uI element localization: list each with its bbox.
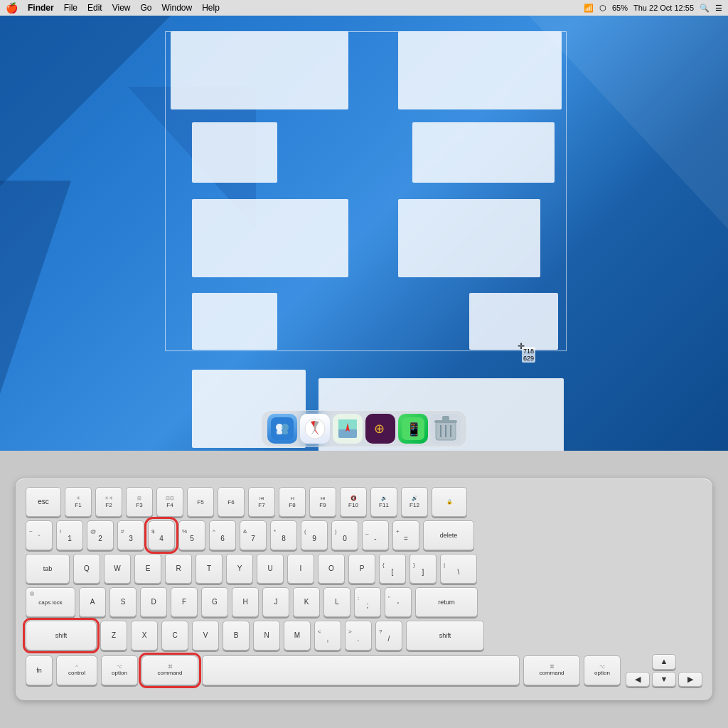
key-backtick[interactable]: ~` bbox=[26, 520, 53, 550]
datetime: Thu 22 Oct 12:55 bbox=[633, 4, 694, 12]
key-option-right[interactable]: ⌥ option bbox=[584, 655, 621, 685]
key-c[interactable]: C bbox=[161, 621, 188, 651]
key-esc[interactable]: esc bbox=[26, 487, 61, 517]
key-slash[interactable]: ?/ bbox=[375, 621, 402, 651]
search-icon[interactable]: 🔍 bbox=[700, 4, 710, 13]
key-fn[interactable]: fn bbox=[26, 655, 53, 685]
key-p[interactable]: P bbox=[348, 554, 375, 584]
menu-finder[interactable]: Finder bbox=[28, 3, 54, 13]
key-1[interactable]: !1 bbox=[56, 520, 83, 550]
key-u[interactable]: U bbox=[257, 554, 284, 584]
key-f3[interactable]: ⊞F3 bbox=[126, 487, 153, 517]
tab-key-row: tab Q W E R T Y U I O P {[ }] |\ bbox=[26, 554, 702, 584]
key-2[interactable]: @2 bbox=[87, 520, 114, 550]
key-command-right[interactable]: ⌘ command bbox=[523, 655, 580, 685]
key-arrow-left[interactable]: ◀ bbox=[626, 672, 650, 687]
key-i[interactable]: I bbox=[287, 554, 314, 584]
key-rbracket[interactable]: }] bbox=[410, 554, 437, 584]
key-semicolon[interactable]: :; bbox=[354, 587, 381, 617]
key-o[interactable]: O bbox=[318, 554, 345, 584]
key-d[interactable]: D bbox=[140, 587, 167, 617]
control-center-icon[interactable]: ☰ bbox=[715, 4, 722, 13]
key-l[interactable]: L bbox=[323, 587, 350, 617]
key-arrow-down[interactable]: ▼ bbox=[652, 672, 676, 687]
key-y[interactable]: Y bbox=[226, 554, 253, 584]
svg-rect-3 bbox=[277, 430, 282, 434]
menu-go[interactable]: Go bbox=[141, 3, 152, 13]
key-3[interactable]: #3 bbox=[117, 520, 144, 550]
key-7[interactable]: &7 bbox=[240, 520, 267, 550]
key-lbracket[interactable]: {[ bbox=[379, 554, 406, 584]
menu-edit[interactable]: Edit bbox=[87, 3, 102, 13]
key-w[interactable]: W bbox=[104, 554, 131, 584]
key-g[interactable]: G bbox=[201, 587, 228, 617]
key-n[interactable]: N bbox=[253, 621, 280, 651]
key-s[interactable]: S bbox=[109, 587, 136, 617]
key-control[interactable]: ^ control bbox=[56, 655, 97, 685]
svg-text:⊕: ⊕ bbox=[374, 422, 385, 436]
key-5[interactable]: %5 bbox=[178, 520, 205, 550]
menu-view[interactable]: View bbox=[112, 3, 131, 13]
dock-maps[interactable] bbox=[333, 414, 363, 444]
key-m[interactable]: M bbox=[284, 621, 311, 651]
key-9[interactable]: (9 bbox=[301, 520, 328, 550]
key-shift-left[interactable]: shift bbox=[26, 621, 97, 651]
dock-finder[interactable] bbox=[267, 414, 297, 444]
key-option-left[interactable]: ⌥ option bbox=[101, 655, 138, 685]
key-0[interactable]: )0 bbox=[331, 520, 358, 550]
key-f9[interactable]: ⏭F9 bbox=[309, 487, 336, 517]
key-h[interactable]: H bbox=[232, 587, 259, 617]
key-capslock[interactable]: caps lock bbox=[26, 587, 75, 617]
key-f[interactable]: F bbox=[171, 587, 198, 617]
menu-help[interactable]: Help bbox=[202, 3, 220, 13]
menu-file[interactable]: File bbox=[64, 3, 77, 13]
key-quote[interactable]: "' bbox=[385, 587, 412, 617]
dock-safari[interactable] bbox=[300, 414, 330, 444]
dock-slack[interactable]: ⊕ bbox=[365, 414, 395, 444]
key-minus[interactable]: _- bbox=[362, 520, 389, 550]
key-f11[interactable]: 🔉F11 bbox=[370, 487, 397, 517]
key-v[interactable]: V bbox=[192, 621, 219, 651]
key-q[interactable]: Q bbox=[73, 554, 100, 584]
dock-trash[interactable] bbox=[431, 414, 461, 444]
key-f7[interactable]: ⏮F7 bbox=[248, 487, 275, 517]
dock-phone[interactable]: 📱 bbox=[398, 414, 428, 444]
key-4[interactable]: $4 bbox=[148, 520, 175, 550]
key-return[interactable]: return bbox=[415, 587, 478, 617]
menu-window[interactable]: Window bbox=[162, 3, 193, 13]
key-command-left[interactable]: ⌘ command bbox=[141, 655, 198, 685]
key-b[interactable]: B bbox=[223, 621, 250, 651]
key-r[interactable]: R bbox=[165, 554, 192, 584]
key-f5[interactable]: F5 bbox=[187, 487, 214, 517]
key-f4[interactable]: ⊟⊟F4 bbox=[156, 487, 183, 517]
apple-menu[interactable]: 🍎 bbox=[6, 2, 18, 14]
key-k[interactable]: K bbox=[293, 587, 320, 617]
key-space[interactable] bbox=[202, 655, 520, 685]
key-a[interactable]: A bbox=[79, 587, 106, 617]
keyboard-area: esc ☀F1 ☀☀F2 ⊞F3 ⊟⊟F4 F5 F6 ⏮F7 ⏯F8 ⏭F9 … bbox=[0, 451, 728, 728]
key-6[interactable]: ^6 bbox=[209, 520, 236, 550]
key-period[interactable]: >. bbox=[345, 621, 372, 651]
key-f10[interactable]: 🔇F10 bbox=[340, 487, 367, 517]
key-e[interactable]: E bbox=[134, 554, 161, 584]
key-f12[interactable]: 🔊F12 bbox=[401, 487, 428, 517]
key-comma[interactable]: <, bbox=[314, 621, 341, 651]
key-backslash[interactable]: |\ bbox=[440, 554, 477, 584]
key-f2[interactable]: ☀☀F2 bbox=[95, 487, 122, 517]
arrow-bottom-row: ◀ ▼ ▶ bbox=[626, 672, 702, 687]
key-x[interactable]: X bbox=[131, 621, 158, 651]
key-tab[interactable]: tab bbox=[26, 554, 70, 584]
key-z[interactable]: Z bbox=[100, 621, 127, 651]
key-fn-lock[interactable]: 🔒 bbox=[432, 487, 467, 517]
key-f6[interactable]: F6 bbox=[218, 487, 245, 517]
key-t[interactable]: T bbox=[196, 554, 223, 584]
key-equals[interactable]: += bbox=[392, 520, 419, 550]
key-arrow-up[interactable]: ▲ bbox=[652, 654, 676, 669]
key-delete[interactable]: delete bbox=[423, 520, 474, 550]
key-j[interactable]: J bbox=[262, 587, 289, 617]
key-arrow-right[interactable]: ▶ bbox=[678, 672, 702, 687]
key-8[interactable]: *8 bbox=[270, 520, 297, 550]
key-f8[interactable]: ⏯F8 bbox=[279, 487, 306, 517]
key-shift-right[interactable]: shift bbox=[406, 621, 484, 651]
key-f1[interactable]: ☀F1 bbox=[65, 487, 92, 517]
